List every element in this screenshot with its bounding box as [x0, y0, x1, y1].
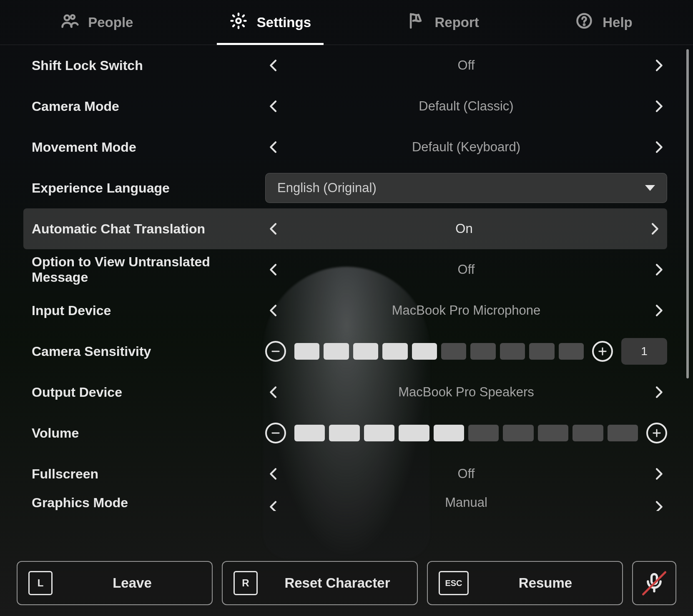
plus-button[interactable] — [592, 341, 613, 362]
slider-segment — [382, 343, 407, 360]
slider-segment — [364, 425, 394, 441]
chevron-right-icon[interactable] — [650, 261, 667, 278]
row-fullscreen: Fullscreen Off — [0, 453, 684, 494]
slider-segment — [470, 343, 495, 360]
row-label: Volume — [32, 426, 257, 441]
tab-bar: People Settings Report Help — [0, 0, 693, 45]
slider-segment — [500, 343, 525, 360]
chevron-right-icon[interactable] — [646, 220, 663, 237]
slider-segment — [353, 343, 378, 360]
slider-segment — [329, 425, 359, 441]
chevron-left-icon[interactable] — [265, 57, 282, 74]
slider-segment — [503, 425, 533, 441]
key-hint: R — [234, 571, 258, 595]
chevron-right-icon[interactable] — [650, 139, 667, 155]
tab-settings[interactable]: Settings — [217, 0, 324, 45]
row-value: MacBook Pro Speakers — [287, 385, 645, 400]
key-hint: ESC — [439, 571, 469, 595]
leave-button[interactable]: L Leave — [17, 561, 213, 605]
minus-button[interactable] — [265, 341, 286, 362]
language-dropdown[interactable]: English (Original) — [265, 173, 667, 203]
chevron-left-icon[interactable] — [265, 384, 282, 401]
camera-sensitivity-slider[interactable] — [294, 343, 584, 360]
row-label: Camera Sensitivity — [32, 344, 257, 359]
settings-scroll-area[interactable]: Shift Lock Switch Off Camera Mode Defaul… — [0, 45, 684, 524]
chevron-left-icon[interactable] — [265, 139, 282, 155]
tab-people[interactable]: People — [48, 0, 146, 45]
chevron-left-icon[interactable] — [265, 220, 282, 237]
row-label: Option to View Untranslated Message — [32, 254, 257, 285]
help-icon — [575, 12, 593, 33]
row-value: Default (Classic) — [287, 99, 645, 114]
resume-button[interactable]: ESC Resume — [427, 561, 623, 605]
row-label: Fullscreen — [32, 466, 257, 482]
tab-label: People — [88, 15, 133, 30]
people-icon — [60, 12, 79, 33]
chevron-left-icon[interactable] — [265, 98, 282, 115]
row-label: Camera Mode — [32, 99, 257, 114]
row-movement-mode: Movement Mode Default (Keyboard) — [0, 127, 684, 168]
tab-label: Report — [434, 15, 479, 30]
tab-label: Settings — [257, 15, 311, 30]
slider-segment — [572, 425, 603, 441]
footer-bar: L Leave R Reset Character ESC Resume — [0, 561, 693, 605]
slider-segment — [294, 425, 325, 441]
sensitivity-value: 1 — [621, 338, 667, 365]
slider-segment — [324, 343, 349, 360]
row-value: MacBook Pro Microphone — [287, 303, 645, 318]
row-label: Graphics Mode — [32, 495, 257, 511]
row-view-untranslated: Option to View Untranslated Message Off — [0, 249, 684, 290]
slider-segment — [412, 343, 437, 360]
chevron-right-icon[interactable] — [650, 466, 667, 482]
minus-button[interactable] — [265, 423, 286, 443]
row-label: Shift Lock Switch — [32, 58, 257, 73]
chevron-right-icon[interactable] — [650, 498, 667, 507]
volume-slider[interactable] — [294, 425, 638, 441]
row-label: Input Device — [32, 303, 257, 318]
chevron-left-icon[interactable] — [265, 261, 282, 278]
chevron-right-icon[interactable] — [650, 384, 667, 401]
row-value: Off — [287, 262, 645, 277]
row-value: Default (Keyboard) — [287, 140, 645, 155]
slider-segment — [608, 425, 638, 441]
svg-point-1 — [71, 15, 75, 19]
row-camera-sensitivity: Camera Sensitivity 1 — [0, 331, 684, 372]
chevron-right-icon[interactable] — [650, 57, 667, 74]
dropdown-value: English (Original) — [277, 180, 377, 195]
row-value: Off — [287, 466, 645, 481]
slider-segment — [434, 425, 464, 441]
tab-label: Help — [603, 15, 633, 30]
row-label: Movement Mode — [32, 140, 257, 155]
row-output-device: Output Device MacBook Pro Speakers — [0, 372, 684, 413]
plus-button[interactable] — [646, 423, 667, 443]
button-label: Leave — [63, 575, 201, 591]
gear-icon — [229, 12, 248, 33]
flag-icon — [407, 12, 425, 33]
scrollbar-thumb[interactable] — [686, 49, 689, 378]
microphone-toggle-button[interactable] — [632, 561, 676, 605]
chevron-left-icon[interactable] — [265, 498, 282, 507]
svg-point-2 — [236, 18, 241, 23]
row-camera-mode: Camera Mode Default (Classic) — [0, 86, 684, 127]
row-label: Automatic Chat Translation — [32, 221, 257, 237]
tab-report[interactable]: Report — [394, 0, 491, 45]
slider-segment — [441, 343, 466, 360]
chevron-right-icon[interactable] — [650, 302, 667, 319]
scrollbar[interactable] — [686, 49, 689, 520]
row-label: Output Device — [32, 385, 257, 400]
slider-segment — [529, 343, 554, 360]
slider-segment — [468, 425, 499, 441]
reset-character-button[interactable]: R Reset Character — [222, 561, 418, 605]
tab-help[interactable]: Help — [562, 0, 645, 45]
chevron-right-icon[interactable] — [650, 98, 667, 115]
button-label: Resume — [480, 575, 611, 591]
slider-segment — [294, 343, 319, 360]
key-hint: L — [28, 571, 53, 595]
chevron-left-icon[interactable] — [265, 302, 282, 319]
row-shift-lock: Shift Lock Switch Off — [0, 45, 684, 86]
svg-point-4 — [416, 20, 417, 20]
chevron-left-icon[interactable] — [265, 466, 282, 482]
row-auto-chat-translation: Automatic Chat Translation On — [23, 208, 667, 249]
slider-segment — [538, 425, 568, 441]
button-label: Reset Character — [269, 575, 406, 591]
